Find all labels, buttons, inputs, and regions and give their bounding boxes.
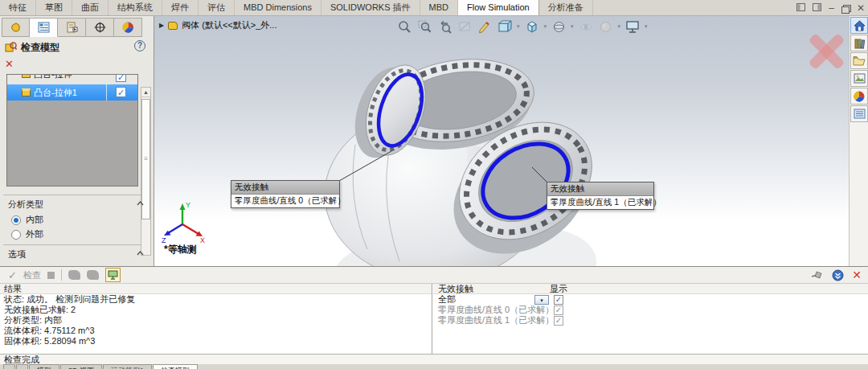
ribbon-tab-features[interactable]: 特征 <box>0 0 36 15</box>
tab-motion-study[interactable]: 运动算例1 <box>103 364 152 369</box>
tab-dimxpertmanager[interactable] <box>86 18 114 37</box>
view-palette-icon[interactable] <box>850 70 868 87</box>
collapse-chevron-icon[interactable] <box>137 201 144 206</box>
flyout-feature-tree[interactable]: ▶ 阀体 (默认<<默认>_外... <box>159 19 276 31</box>
dropdown-icon[interactable]: ▾ <box>618 23 621 30</box>
run-check-label[interactable]: 检查 <box>23 269 41 281</box>
tab-model[interactable]: 模型 <box>29 364 59 369</box>
ribbon-tab-surfaces[interactable]: 曲面 <box>72 0 108 15</box>
restore-icon[interactable] <box>841 5 850 12</box>
ribbon-tab-structure-system[interactable]: 结构系统 <box>108 0 162 15</box>
expand-arrow-icon[interactable]: ▶ <box>159 22 164 29</box>
view-orientation-icon[interactable] <box>523 18 541 35</box>
list-item-selected[interactable]: 凸台-拉伸1 ✓ <box>7 84 137 100</box>
annotation-callout-1[interactable]: 无效接触 零厚度曲线/直线 1（已求解） <box>547 182 654 210</box>
edit-appearance-icon[interactable] <box>597 18 615 35</box>
radio-internal[interactable]: 内部 <box>11 214 43 226</box>
minimize-icon[interactable]: – <box>829 3 834 13</box>
display-style-icon[interactable] <box>550 18 567 35</box>
show-checkbox[interactable]: ✓ <box>554 305 563 315</box>
ribbon-tab-evaluate[interactable]: 评估 <box>199 0 235 15</box>
list-item-partial[interactable]: 凸台-拉伸 ✓ <box>7 75 137 84</box>
tab-displaymanager[interactable] <box>114 18 142 37</box>
pin-icon[interactable] <box>811 270 824 280</box>
ribbon-tab-sketch[interactable]: 草图 <box>36 0 72 15</box>
panel-corner-controls: ✕ <box>811 269 862 281</box>
confirmation-corner-cancel-icon[interactable] <box>807 32 845 71</box>
column-divider <box>106 84 107 100</box>
result-row: 分析类型: 内部 <box>0 315 432 326</box>
radio-external[interactable]: 外部 <box>11 228 43 240</box>
home-icon[interactable] <box>850 17 868 34</box>
collapse-chevron-icon[interactable] <box>137 251 144 256</box>
ribbon-tab-flow-simulation[interactable]: Flow Simulation <box>458 0 539 15</box>
pane-toggle-left-icon[interactable] <box>796 3 805 13</box>
dropdown-icon[interactable]: ▾ <box>645 23 648 30</box>
tab-3d-views[interactable]: 3D 视图 <box>60 364 102 369</box>
show-all-checkbox[interactable]: ✓ <box>554 295 563 305</box>
ribbon-tab-mbd[interactable]: MBD <box>420 0 458 15</box>
item-checkbox[interactable]: ✓ <box>116 87 126 97</box>
tab-scroll-right[interactable] <box>16 364 28 369</box>
ribbon-tab-addins[interactable]: SOLIDWORKS 插件 <box>321 0 420 15</box>
model-3d[interactable] <box>154 16 849 266</box>
appearances-icon[interactable] <box>850 88 868 105</box>
feature-selection-list[interactable]: 凸台-拉伸 ✓ 凸台-拉伸1 ✓ <box>6 74 138 187</box>
previous-view-icon[interactable] <box>436 18 453 35</box>
contact-row[interactable]: 零厚度曲线/直线 1（已求解） ✓ <box>433 315 868 326</box>
dropdown-icon[interactable]: ▾ <box>517 23 520 30</box>
radio-unselected-icon[interactable] <box>11 230 21 240</box>
section-view-icon[interactable] <box>456 18 473 35</box>
invalid-contacts-list: 无效接触 显示 全部 ▾ ✓ 零厚度曲线/直线 0（已求解） ✓ 零厚度曲线/直… <box>433 284 868 354</box>
contact-row[interactable]: 零厚度曲线/直线 0（已求解） ✓ <box>433 305 868 315</box>
tab-check-model[interactable]: 检查模型 <box>153 364 198 369</box>
divider <box>3 195 141 195</box>
close-icon[interactable]: ✕ <box>857 3 865 13</box>
collapse-panel-icon[interactable] <box>832 269 844 281</box>
radio-selected-icon[interactable] <box>11 215 21 225</box>
view-settings-icon[interactable] <box>624 18 641 35</box>
zoom-to-fit-icon[interactable] <box>395 18 413 35</box>
status-bar: 检查完成 <box>0 354 868 364</box>
design-library-icon[interactable] <box>850 35 868 51</box>
result-row: 状态: 成功。 检测到问题并已修复 <box>0 294 432 305</box>
ribbon-tab-weldments[interactable]: 焊件 <box>162 0 199 15</box>
list-item-label: 凸台-拉伸 <box>34 75 72 80</box>
close-panel-icon[interactable]: ✕ <box>852 269 862 281</box>
show-checkbox[interactable]: ✓ <box>554 316 563 326</box>
item-checkbox[interactable]: ✓ <box>116 75 126 82</box>
boss-extrude-icon <box>22 75 31 78</box>
stop-icon[interactable] <box>47 272 55 279</box>
contact-label: 零厚度曲线/直线 1（已求解） <box>438 315 554 325</box>
display-toggle-icon[interactable] <box>105 268 121 282</box>
ribbon-tab-mbd-dimensions[interactable]: MBD Dimensions <box>235 0 321 15</box>
custom-properties-icon[interactable] <box>850 105 868 122</box>
graphics-viewport[interactable]: ▶ 阀体 (默认<<默认>_外... ▾ ▾ ▾ ▾ ▾ 无效接触 零厚 <box>154 16 849 266</box>
apply-scene-icon[interactable] <box>496 18 514 35</box>
file-explorer-icon[interactable] <box>850 52 868 69</box>
zoom-to-area-icon[interactable] <box>416 18 433 35</box>
property-manager-cancel-icon[interactable]: ✕ <box>5 58 14 70</box>
dropdown-icon[interactable]: ▾ <box>571 23 574 30</box>
tab-propertymanager[interactable] <box>30 18 58 37</box>
filter-dropdown-icon[interactable]: ▾ <box>534 295 549 305</box>
fluid-volume-icon[interactable] <box>68 270 80 280</box>
help-icon[interactable]: ? <box>134 40 145 51</box>
tab-configurationmanager[interactable] <box>58 18 86 37</box>
run-check-icon[interactable]: ✓ <box>8 269 17 281</box>
heads-up-toolbar: ▾ ▾ ▾ ▾ ▾ <box>395 18 649 35</box>
scroll-up-icon[interactable]: ▲ <box>141 88 150 97</box>
boss-extrude-icon <box>22 88 31 96</box>
tab-featuremanager[interactable] <box>2 18 30 37</box>
hide-show-items-icon[interactable] <box>577 18 595 35</box>
tab-scroll-left[interactable] <box>3 364 15 369</box>
annotation-views-icon[interactable] <box>476 18 493 35</box>
feature-tree-header[interactable]: 阀体 (默认<<默认>_外... <box>182 19 276 31</box>
dropdown-icon[interactable]: ▾ <box>544 23 547 30</box>
contact-label: 全部 <box>438 294 456 304</box>
solid-volume-icon[interactable] <box>87 270 99 280</box>
ribbon-tab-analysis-prep[interactable]: 分析准备 <box>539 0 593 15</box>
panel-scrollbar[interactable]: ▲ ≡ ▼ <box>141 87 151 256</box>
annotation-callout-0[interactable]: 无效接触 零厚度曲线/直线 0（已求解） <box>231 180 340 208</box>
pane-toggle-right-icon[interactable] <box>813 3 821 13</box>
